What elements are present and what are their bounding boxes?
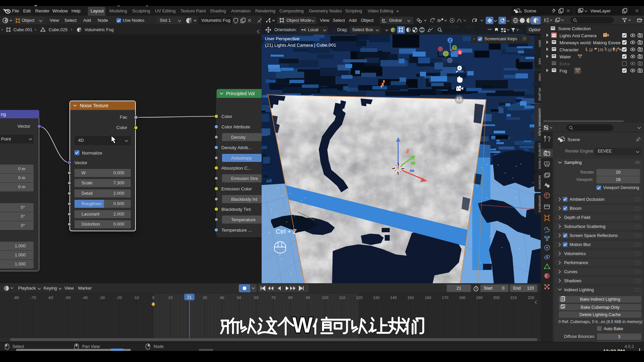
svg-text:Node: Node	[154, 344, 164, 349]
svg-text:4.0.2: 4.0.2	[625, 344, 634, 349]
svg-text:12:32 PM: 12:32 PM	[603, 348, 625, 351]
svg-text:Pan View: Pan View	[82, 344, 100, 349]
svg-text:Select: Select	[12, 344, 24, 349]
svg-text:W: W	[292, 313, 313, 337]
